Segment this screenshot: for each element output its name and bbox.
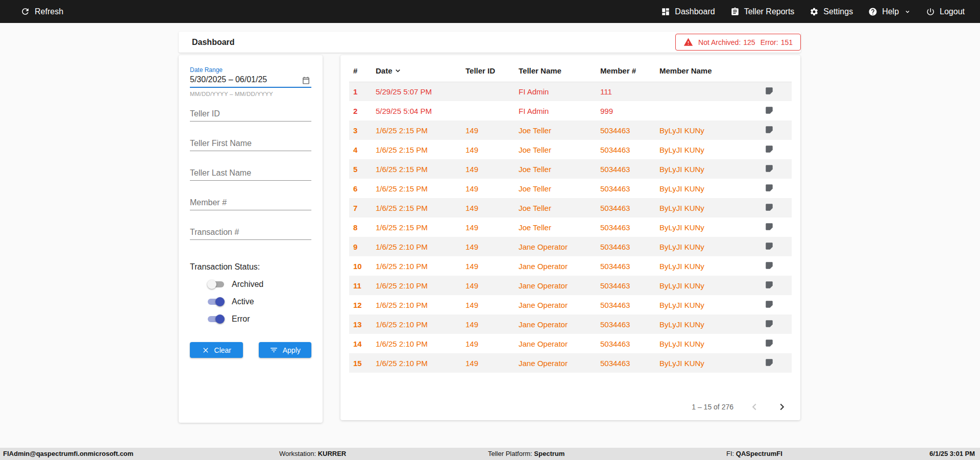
note-icon[interactable] <box>765 358 774 367</box>
member-name-cell: ByLyJI KUNy <box>655 140 761 159</box>
error-count: 151 <box>781 38 793 46</box>
note-icon[interactable] <box>765 280 774 289</box>
not-archived-count: 125 <box>743 38 755 46</box>
col-member-name[interactable]: Member Name <box>655 60 761 82</box>
teller-first-name-field[interactable] <box>190 139 311 151</box>
row-number-cell: 8 <box>349 217 372 237</box>
archived-switch[interactable] <box>207 280 225 289</box>
table-row[interactable]: 61/6/25 2:15 PM149Joe Teller5034463ByLyJ… <box>349 179 792 198</box>
transaction-number-field[interactable] <box>190 228 311 240</box>
refresh-button[interactable]: Refresh <box>20 7 63 16</box>
refresh-label: Refresh <box>35 7 63 16</box>
note-icon[interactable] <box>765 164 774 173</box>
date-cell: 1/6/25 2:15 PM <box>372 120 461 140</box>
nav-logout[interactable]: Logout <box>926 7 965 16</box>
note-icon[interactable] <box>765 319 774 328</box>
table-row[interactable]: 151/6/25 2:10 PM149Jane Operator5034463B… <box>349 353 792 373</box>
toggle-archived[interactable]: Archived <box>207 280 311 289</box>
note-icon[interactable] <box>765 106 774 115</box>
table-row[interactable]: 131/6/25 2:10 PM149Jane Operator5034463B… <box>349 314 792 334</box>
member-number-cell: 5034463 <box>596 256 655 276</box>
note-icon[interactable] <box>765 144 774 154</box>
nav-help[interactable]: Help <box>868 7 911 16</box>
workstation-info: Workstation: KURRER <box>279 450 346 457</box>
teller-name-cell: Jane Operator <box>514 237 596 256</box>
table-row[interactable]: 15/29/25 5:07 PMFI Admin111 <box>349 82 792 101</box>
table-row[interactable]: 141/6/25 2:10 PM149Jane Operator5034463B… <box>349 334 792 353</box>
col-member-number[interactable]: Member # <box>596 60 655 82</box>
pagination: 1 – 15 of 276 <box>349 400 792 414</box>
apply-button[interactable]: Apply <box>259 342 312 358</box>
col-date-label: Date <box>376 66 393 75</box>
note-icon[interactable] <box>765 203 774 212</box>
date-range-input[interactable] <box>190 75 295 84</box>
teller-id-cell: 149 <box>461 276 514 295</box>
teller-id-field[interactable] <box>190 109 311 122</box>
note-icon[interactable] <box>765 125 774 134</box>
teller-id-cell: 149 <box>461 159 514 179</box>
clear-button[interactable]: Clear <box>190 342 243 358</box>
teller-last-name-input[interactable] <box>190 168 311 178</box>
not-archived-status: Not Archived: 125 <box>698 38 755 46</box>
note-icon[interactable] <box>765 338 774 348</box>
teller-id-input[interactable] <box>190 109 311 118</box>
table-row[interactable]: 51/6/25 2:15 PM149Joe Teller5034463ByLyJ… <box>349 159 792 179</box>
date-cell: 1/6/25 2:15 PM <box>372 217 461 237</box>
row-number-cell: 1 <box>349 82 372 101</box>
note-icon[interactable] <box>765 261 774 270</box>
filter-panel: Date Range MM/DD/YYYY – MM/DD/YYYY Trans… <box>179 55 323 423</box>
row-number-cell: 7 <box>349 198 372 217</box>
table-row[interactable]: 121/6/25 2:10 PM149Jane Operator5034463B… <box>349 295 792 314</box>
calendar-icon[interactable] <box>302 76 310 85</box>
transaction-number-input[interactable] <box>190 228 311 237</box>
nav-settings[interactable]: Settings <box>810 7 853 16</box>
apply-label: Apply <box>283 346 301 354</box>
status-badge: Not Archived: 125 Error: 151 <box>675 34 801 51</box>
date-cell: 5/29/25 5:04 PM <box>372 101 461 120</box>
col-teller-name[interactable]: Teller Name <box>514 60 596 82</box>
row-number-cell: 13 <box>349 314 372 334</box>
table-row[interactable]: 41/6/25 2:15 PM149Joe Teller5034463ByLyJ… <box>349 140 792 159</box>
member-number-cell: 5034463 <box>596 120 655 140</box>
member-number-input[interactable] <box>190 198 311 207</box>
member-name-cell: ByLyJI KUNy <box>655 353 761 373</box>
teller-last-name-field[interactable] <box>190 168 311 181</box>
table-row[interactable]: 25/29/25 5:04 PMFI Admin999 <box>349 101 792 120</box>
teller-first-name-input[interactable] <box>190 139 311 148</box>
note-icon[interactable] <box>765 86 774 95</box>
table-row[interactable]: 31/6/25 2:15 PM149Joe Teller5034463ByLyJ… <box>349 120 792 140</box>
nav-dashboard[interactable]: Dashboard <box>661 7 715 16</box>
date-range-field[interactable] <box>190 75 311 88</box>
transaction-status-label: Transaction Status: <box>190 262 311 272</box>
error-switch[interactable] <box>207 314 225 324</box>
table-row[interactable]: 71/6/25 2:15 PM149Joe Teller5034463ByLyJ… <box>349 198 792 217</box>
previous-page-button[interactable] <box>748 400 761 414</box>
note-icon[interactable] <box>765 241 774 251</box>
nav-label: Settings <box>823 7 853 16</box>
teller-id-cell: 149 <box>461 237 514 256</box>
note-icon[interactable] <box>765 222 774 231</box>
table-row[interactable]: 91/6/25 2:10 PM149Jane Operator5034463By… <box>349 237 792 256</box>
row-number-cell: 10 <box>349 256 372 276</box>
member-name-cell: ByLyJI KUNy <box>655 198 761 217</box>
note-icon[interactable] <box>765 183 774 192</box>
help-icon <box>868 7 877 16</box>
col-teller-id[interactable]: Teller ID <box>461 60 514 82</box>
teller-name-cell: FI Admin <box>514 101 596 120</box>
col-date[interactable]: Date <box>372 60 461 82</box>
table-header-row: # Date Teller ID Teller Name Member # Me… <box>349 60 792 82</box>
next-page-button[interactable] <box>775 400 789 414</box>
member-number-cell: 5034463 <box>596 140 655 159</box>
toggle-active[interactable]: Active <box>207 297 311 306</box>
teller-id-cell <box>461 101 514 120</box>
table-row[interactable]: 81/6/25 2:15 PM149Joe Teller5034463ByLyJ… <box>349 217 792 237</box>
note-icon[interactable] <box>765 300 774 309</box>
table-row[interactable]: 101/6/25 2:10 PM149Jane Operator5034463B… <box>349 256 792 276</box>
toggle-error[interactable]: Error <box>207 314 311 324</box>
member-number-field[interactable] <box>190 198 311 210</box>
nav-teller-reports[interactable]: Teller Reports <box>730 7 795 16</box>
active-switch[interactable] <box>207 297 225 306</box>
table-row[interactable]: 111/6/25 2:10 PM149Jane Operator5034463B… <box>349 276 792 295</box>
teller-name-cell: Jane Operator <box>514 334 596 353</box>
close-icon <box>202 346 210 354</box>
